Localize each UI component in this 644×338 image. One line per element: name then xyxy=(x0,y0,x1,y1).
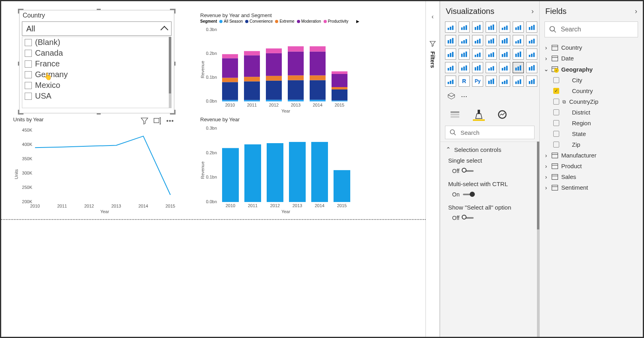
field-region[interactable]: Region xyxy=(540,118,643,128)
svg-text:Year: Year xyxy=(100,209,109,214)
checkbox-icon[interactable] xyxy=(553,77,559,83)
more-options-icon[interactable]: ⋯ xyxy=(461,93,467,100)
checkbox-icon[interactable] xyxy=(553,109,559,115)
section-header-label: Selection controls xyxy=(454,146,501,153)
field-table-sales[interactable]: ›Sales xyxy=(540,171,643,182)
viz-type-100-stacked-bar[interactable] xyxy=(526,21,537,33)
viz-type-qa[interactable] xyxy=(513,76,524,87)
viz-type-card[interactable] xyxy=(472,62,483,73)
svg-rect-52 xyxy=(332,71,347,74)
selection-controls-section[interactable]: ⌃ Selection controls xyxy=(440,142,539,155)
multi-select-ctrl-toggle[interactable]: On xyxy=(452,191,531,198)
scrollbar[interactable] xyxy=(537,142,539,337)
viz-type-azure-map[interactable] xyxy=(445,62,456,73)
viz-type-clustered-bar[interactable] xyxy=(486,21,497,33)
viz-type-area[interactable] xyxy=(459,35,470,46)
checkbox-icon[interactable] xyxy=(25,60,32,68)
viz-type-filled-map[interactable] xyxy=(526,49,537,60)
show-select-all-toggle[interactable]: Off xyxy=(452,215,531,221)
viz-type-slicer[interactable] xyxy=(513,62,524,73)
single-select-toggle[interactable]: Off xyxy=(452,168,531,174)
viz-type-line-clustered[interactable] xyxy=(486,35,497,46)
viz-type-clustered-column[interactable] xyxy=(459,21,470,33)
field-zip[interactable]: Zip xyxy=(540,139,643,150)
checkbox-icon[interactable] xyxy=(553,99,559,105)
viz-type-donut[interactable] xyxy=(486,49,497,60)
checkbox-icon[interactable] xyxy=(25,71,32,78)
viz-type-r-visual[interactable]: R xyxy=(459,76,470,87)
viz-type-stacked-bar-h[interactable] xyxy=(445,21,456,33)
units-by-year-chart[interactable]: Units by Year 200K250K300K350K400K450K U… xyxy=(13,117,176,216)
chevron-right-icon[interactable]: › xyxy=(635,7,637,16)
revenue-by-year-chart[interactable]: Revenue by Year 0.0bn0.1bn0.2bn0.3bn Rev… xyxy=(200,117,359,216)
viz-type-multi-card[interactable] xyxy=(486,62,497,73)
field-table-geography[interactable]: ⌄✓Geography xyxy=(540,64,643,75)
field-country[interactable]: ✓Country xyxy=(540,85,643,96)
chevron-right-icon[interactable]: › xyxy=(531,7,534,16)
viz-type-stacked-column[interactable] xyxy=(472,21,483,33)
checkbox-icon[interactable] xyxy=(553,131,559,137)
analytics-tab-icon[interactable] xyxy=(497,109,509,121)
viz-type-treemap[interactable] xyxy=(499,49,510,60)
viz-type-scatter[interactable] xyxy=(459,49,470,60)
viz-type-py-visual[interactable]: Py xyxy=(472,76,483,87)
viz-type-waterfall[interactable] xyxy=(526,35,537,46)
viz-type-stacked-bar[interactable] xyxy=(499,21,510,33)
checkbox-icon[interactable]: ✓ xyxy=(553,88,559,94)
checkbox-icon[interactable] xyxy=(25,39,32,46)
focus-mode-icon[interactable] xyxy=(153,117,162,127)
field-table-manufacturer[interactable]: ›Manufacturer xyxy=(540,150,643,161)
viz-type-line-stacked[interactable] xyxy=(499,35,510,46)
slicer-item-usa[interactable]: USA xyxy=(22,91,171,101)
country-slicer-visual[interactable]: Country All (Blank) Canada France German… xyxy=(19,10,174,113)
slicer-item-blank[interactable]: (Blank) xyxy=(22,37,171,48)
viz-type-ribbon[interactable] xyxy=(513,35,524,46)
viz-type-map[interactable] xyxy=(513,49,524,60)
slicer-dropdown[interactable]: All xyxy=(22,21,172,36)
field-city[interactable]: City xyxy=(540,75,643,85)
checkbox-icon[interactable] xyxy=(25,50,32,57)
legend-scroll-right-icon[interactable]: ▶ xyxy=(356,19,359,23)
viz-type-table[interactable] xyxy=(526,62,537,73)
format-tab-icon[interactable] xyxy=(473,109,485,121)
viz-type-matrix[interactable] xyxy=(445,76,456,87)
checkbox-icon[interactable] xyxy=(553,142,559,148)
revenue-by-year-segment-chart[interactable]: Revenue by Year and Segment Segment All … xyxy=(200,12,359,116)
fields-search-input[interactable]: Search xyxy=(544,21,638,37)
slicer-item-mexico[interactable]: Mexico xyxy=(22,80,171,91)
svg-rect-88 xyxy=(490,25,492,30)
field-table-country[interactable]: ›Country xyxy=(540,42,643,53)
field-table-date[interactable]: ›Date xyxy=(540,53,643,64)
scrollbar[interactable] xyxy=(169,37,171,108)
svg-rect-78 xyxy=(448,28,449,30)
field-table-product[interactable]: ›Product xyxy=(540,161,643,171)
field-state[interactable]: State xyxy=(540,128,643,139)
viz-type-key-influencers[interactable] xyxy=(486,76,497,87)
chevron-left-icon[interactable]: ‹ xyxy=(431,13,433,20)
field-table-sentiment[interactable]: ›Sentiment xyxy=(540,182,643,193)
slicer-item-canada[interactable]: Canada xyxy=(22,48,171,58)
viz-type-100-stacked-column[interactable] xyxy=(513,21,524,33)
format-search-input[interactable]: Search xyxy=(445,126,535,139)
filters-pane-collapsed[interactable]: ‹ Filters xyxy=(425,1,440,337)
get-more-visuals-icon[interactable] xyxy=(446,91,457,102)
field-district[interactable]: District xyxy=(540,107,643,118)
svg-point-3 xyxy=(172,120,174,122)
viz-type-funnel[interactable] xyxy=(445,49,456,60)
report-canvas[interactable]: Country All (Blank) Canada France German… xyxy=(1,1,425,337)
more-options-icon[interactable] xyxy=(166,117,174,127)
viz-type-decomposition[interactable] xyxy=(499,76,510,87)
checkbox-icon[interactable] xyxy=(25,93,32,100)
viz-type-line[interactable] xyxy=(445,35,456,46)
filter-icon[interactable] xyxy=(140,117,149,127)
checkbox-icon[interactable] xyxy=(25,82,32,89)
viz-type-pie[interactable] xyxy=(472,49,483,60)
viz-type-gauge[interactable] xyxy=(459,62,470,73)
checkbox-icon[interactable] xyxy=(553,120,559,126)
viz-type-smart-narrative[interactable] xyxy=(526,76,537,87)
viz-type-kpi[interactable] xyxy=(499,62,510,73)
fields-tab-icon[interactable] xyxy=(449,109,461,121)
slicer-item-france[interactable]: France xyxy=(22,58,171,69)
field-countryzip[interactable]: ⧉CountryZip xyxy=(540,96,643,107)
viz-type-stacked-area[interactable] xyxy=(472,35,483,46)
